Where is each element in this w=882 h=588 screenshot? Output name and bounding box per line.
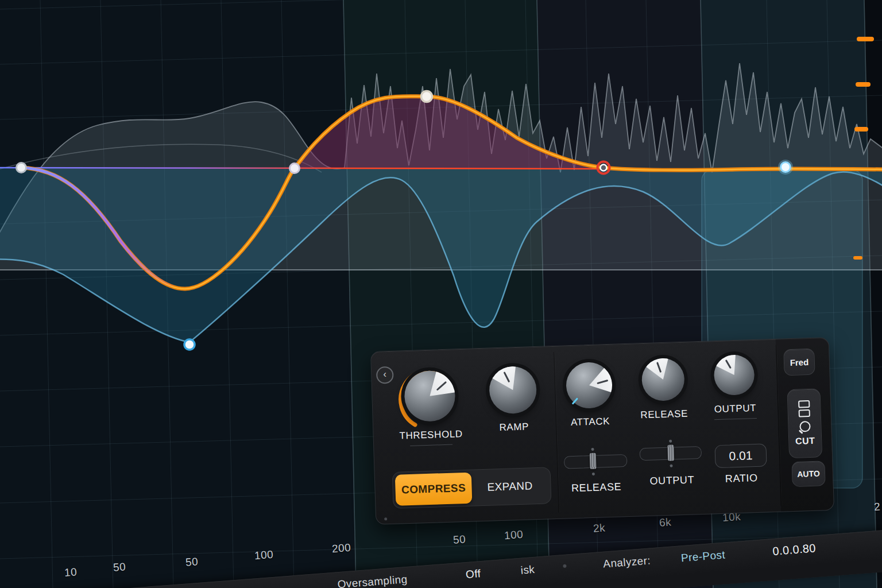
output-slider-label: OUTPUT xyxy=(637,474,707,488)
oversampling-value[interactable]: Off xyxy=(465,567,481,581)
freq-label: 200 xyxy=(331,541,351,555)
release-knob[interactable] xyxy=(641,358,685,401)
output-slider-thumb[interactable] xyxy=(667,444,674,461)
band-control-panel: ‹ THRESHOLD RAMP xyxy=(370,337,834,525)
compress-button[interactable]: COMPRESS xyxy=(395,473,473,506)
ratio-label: RATIO xyxy=(713,471,771,485)
freq-label: 6k xyxy=(659,516,672,529)
threshold-knob[interactable] xyxy=(404,370,456,422)
node-band-freq[interactable] xyxy=(184,339,195,350)
output-slider[interactable] xyxy=(640,446,702,461)
version-label: 0.0.0.80 xyxy=(772,541,817,558)
freq-label: 100 xyxy=(504,528,524,542)
freq-label: 2k xyxy=(593,521,606,535)
freq-label: 50 xyxy=(113,560,126,574)
ramp-knob[interactable] xyxy=(489,366,537,415)
output-knob-label: OUTPUT xyxy=(692,402,779,421)
ratio-value-box[interactable]: 0.01 xyxy=(714,443,767,468)
release-slider-thumb[interactable] xyxy=(590,453,597,469)
cut-tool-button[interactable]: CUT xyxy=(787,388,822,458)
analyzer-label: Analyzer: xyxy=(603,554,651,570)
freq-label: 50 xyxy=(452,533,466,546)
analyzer-value[interactable]: Pre-Post xyxy=(680,548,726,564)
fragment-label: isk xyxy=(520,563,535,577)
magnifier-icon xyxy=(799,421,811,432)
plugin-window: 10 50 50 100 200 50 100 2k 6k 10k 2 › ‹ … xyxy=(0,0,882,588)
freq-label: 10 xyxy=(64,566,78,579)
node-mid[interactable] xyxy=(290,164,300,173)
output-knob-unit: OUTPUT xyxy=(691,354,779,421)
output-knob[interactable] xyxy=(714,354,755,396)
threshold-label: THRESHOLD xyxy=(388,428,474,447)
bar-dot xyxy=(563,564,566,568)
mode-toggle-group: COMPRESS EXPAND xyxy=(392,467,552,509)
auto-button[interactable]: AUTO xyxy=(791,461,825,487)
threshold-knob-unit: THRESHOLD xyxy=(386,369,474,447)
node-high[interactable] xyxy=(778,160,793,175)
oversampling-label: Oversampling xyxy=(337,573,408,588)
freq-label: 100 xyxy=(254,548,274,562)
cut-button-label: CUT xyxy=(795,436,815,447)
freq-label: 50 xyxy=(185,555,199,568)
ramp-knob-unit: RAMP xyxy=(469,365,558,435)
node-low[interactable] xyxy=(17,163,26,173)
panel-corner-dot xyxy=(384,517,387,520)
freq-label: 2 xyxy=(873,501,881,514)
attack-knob[interactable] xyxy=(566,362,613,409)
attack-value-tick xyxy=(557,353,622,418)
preset-button[interactable]: Fred xyxy=(783,349,815,376)
node-peak[interactable] xyxy=(421,91,432,102)
release-slider-unit xyxy=(564,454,628,469)
ramp-label: RAMP xyxy=(471,420,558,435)
release-slider-label: RELEASE xyxy=(562,481,631,495)
expand-button[interactable]: EXPAND xyxy=(471,470,549,503)
bands-stack-icon xyxy=(798,400,810,417)
output-slider-unit xyxy=(640,446,702,461)
release-slider[interactable] xyxy=(564,454,628,469)
